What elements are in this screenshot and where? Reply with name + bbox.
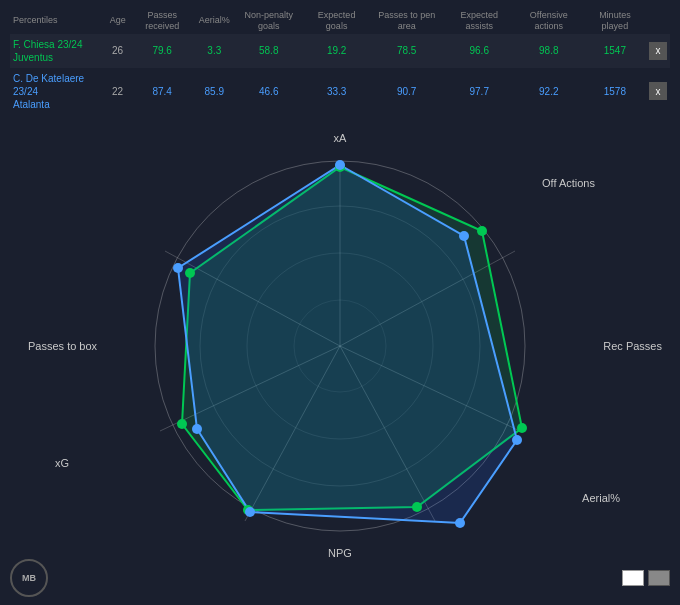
player-minutes: 1578 xyxy=(584,68,646,115)
col-header-xa: Expected assists xyxy=(445,8,514,34)
radar-dot-chiesa-passbox xyxy=(185,268,195,278)
radar-dot-chiesa-recpass xyxy=(517,423,527,433)
remove-row-button[interactable]: x xyxy=(649,42,667,60)
radar-label-xg: xG xyxy=(55,456,69,470)
col-header-percentiles: Percentiles xyxy=(10,8,107,34)
radar-dot-dek-recpass xyxy=(512,435,522,445)
radar-dot-dek-xg xyxy=(192,424,202,434)
radar-label-rec-passes: Rec Passes xyxy=(603,338,662,352)
radar-dot-chiesa-aerial xyxy=(412,502,422,512)
player-passes-received: 79.6 xyxy=(129,34,196,68)
stats-table: Percentiles Age Passes received Aerial% … xyxy=(10,8,670,115)
radar-dot-dek-xa xyxy=(335,160,345,170)
radar-dot-dek-npg xyxy=(245,507,255,517)
player-minutes: 1547 xyxy=(584,34,646,68)
radar-dot-chiesa-offact xyxy=(477,226,487,236)
player-passes-received: 87.4 xyxy=(129,68,196,115)
legend-box-white xyxy=(622,570,644,586)
stats-table-section: Percentiles Age Passes received Aerial% … xyxy=(0,0,680,121)
player-name: F. Chiesa 23/24Juventus xyxy=(10,34,107,68)
player-npg: 58.8 xyxy=(233,34,305,68)
col-header-age: Age xyxy=(107,8,129,34)
col-header-off-actions: Offensive actions xyxy=(514,8,584,34)
radar-label-passes-to-box: Passes to box xyxy=(28,338,97,352)
player-passes-pen: 90.7 xyxy=(369,68,445,115)
radar-svg xyxy=(130,136,550,556)
col-header-passes-received: Passes received xyxy=(129,8,196,34)
radar-polygon-deketelaere xyxy=(178,165,517,523)
player-name: C. De Katelaere 23/24Atalanta xyxy=(10,68,107,115)
radar-label-xa: xA xyxy=(334,131,347,145)
legend xyxy=(622,570,670,586)
player-age: 26 xyxy=(107,34,129,68)
player-aerial: 3.3 xyxy=(196,34,233,68)
radar-label-off-actions: Off Actions xyxy=(542,176,595,190)
player-aerial: 85.9 xyxy=(196,68,233,115)
remove-row-button[interactable]: x xyxy=(649,82,667,100)
col-header-xg: Expected goals xyxy=(305,8,369,34)
player-xa: 97.7 xyxy=(445,68,514,115)
radar-chart-section: xA Off Actions Rec Passes Aerial% NPG xG… xyxy=(0,121,680,571)
player-age: 22 xyxy=(107,68,129,115)
player-xa: 96.6 xyxy=(445,34,514,68)
player-passes-pen: 78.5 xyxy=(369,34,445,68)
radar-label-aerial: Aerial% xyxy=(582,491,620,505)
col-header-aerial: Aerial% xyxy=(196,8,233,34)
radar-dot-dek-passbox xyxy=(173,263,183,273)
legend-box-gray xyxy=(648,570,670,586)
radar-dot-dek-aerial xyxy=(455,518,465,528)
footer: MB xyxy=(10,559,670,597)
player-npg: 46.6 xyxy=(233,68,305,115)
player-off-actions: 98.8 xyxy=(514,34,584,68)
col-header-npg: Non-penalty goals xyxy=(233,8,305,34)
col-header-passes-pen: Passes to pen area xyxy=(369,8,445,34)
col-header-action xyxy=(646,8,670,34)
col-header-minutes: Minutes played xyxy=(584,8,646,34)
player-off-actions: 92.2 xyxy=(514,68,584,115)
radar-dot-dek-offact xyxy=(459,231,469,241)
player-xg: 33.3 xyxy=(305,68,369,115)
player-xg: 19.2 xyxy=(305,34,369,68)
radar-dot-chiesa-xg xyxy=(177,419,187,429)
logo: MB xyxy=(10,559,48,597)
